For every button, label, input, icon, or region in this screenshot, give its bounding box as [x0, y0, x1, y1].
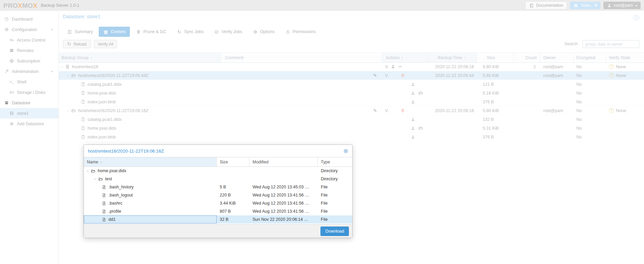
change-owner-icon[interactable]: [390, 64, 396, 69]
sidebar-item-store1[interactable]: store1: [0, 108, 58, 118]
download-icon[interactable]: [410, 100, 415, 104]
sidebar-item-shell[interactable]: >_Shell: [0, 77, 58, 87]
dialog-column-header-type[interactable]: Type: [318, 157, 352, 166]
download-icon[interactable]: [410, 126, 415, 130]
count-cell: [514, 89, 541, 97]
edit-comment-icon[interactable]: ✎: [373, 108, 378, 113]
user-menu-button[interactable]: root@pam ▾: [603, 2, 641, 9]
reload-button[interactable]: ↻ Reload: [63, 40, 90, 48]
tab-permissions[interactable]: Permissions: [281, 27, 320, 37]
download-icon[interactable]: [410, 91, 415, 95]
dialog-header: host/vmtest16/2020-11-22T19:06:16Z ⊗: [84, 145, 352, 157]
sidebar-item-administration[interactable]: Administration▾: [0, 66, 58, 77]
sidebar-item-dashboard[interactable]: Dashboard: [0, 14, 58, 24]
column-header-comment[interactable]: Comment: [221, 53, 382, 62]
sidebar-item-access-control[interactable]: Access Control: [0, 35, 58, 45]
dialog-column-header-name[interactable]: Name↑: [84, 157, 217, 166]
tab-sync-jobs[interactable]: ↻Sync Jobs: [172, 27, 208, 37]
column-label: Actions: [386, 55, 400, 60]
file-row[interactable]: −testDirectory: [84, 175, 352, 183]
file-name-cell: −test: [84, 175, 217, 183]
tab-summary[interactable]: Summary: [63, 27, 97, 37]
sidebar-item-storage-disks[interactable]: Storage / Disks: [0, 87, 58, 98]
count-cell: 2: [514, 62, 541, 71]
table-row[interactable]: −host/vmtest16V.✂2020-11-22 20:06:165.80…: [59, 62, 644, 71]
column-header-verify-state[interactable]: Verify State: [606, 53, 644, 62]
verify-action[interactable]: V.: [385, 64, 389, 69]
size-cell: 376 B: [477, 133, 514, 141]
chevron-down-icon: ▾: [49, 70, 54, 73]
column-header-owner[interactable]: Owner: [541, 53, 574, 62]
column-header-encrypted[interactable]: Encrypted: [574, 53, 606, 62]
table-row[interactable]: catalog.pcat1.didx132 BNo: [59, 115, 644, 124]
download-icon[interactable]: [410, 135, 415, 139]
tab-label: Sync Jobs: [184, 29, 204, 34]
verify-action[interactable]: V.: [385, 108, 389, 113]
tasks-label: Tasks: [580, 3, 591, 8]
backup-group-cell: home.pxar.didx: [59, 89, 221, 97]
close-icon[interactable]: ⊗: [343, 148, 348, 154]
tab-options[interactable]: ⚙Options: [248, 27, 279, 37]
documentation-button[interactable]: Documentation: [525, 1, 567, 9]
collapse-expander-icon[interactable]: −: [94, 177, 98, 181]
column-header-size[interactable]: Size: [477, 53, 514, 62]
sidebar-item-label: Subscription: [17, 59, 40, 63]
sidebar-item-configuration[interactable]: ⚙Configuration▾: [0, 24, 58, 35]
column-header-backup-time[interactable]: Backup Time↑: [428, 53, 477, 62]
dialog-column-header-modified[interactable]: Modified: [249, 157, 318, 166]
reload-label: Reload: [74, 42, 87, 47]
collapse-expander-icon[interactable]: −: [67, 109, 71, 113]
file-row[interactable]: .bash_logout220 BWed Aug 12 2020 13:41:5…: [84, 191, 352, 199]
collapse-expander-icon[interactable]: −: [87, 169, 91, 173]
sidebar-item-datastore[interactable]: Datastore: [0, 98, 58, 108]
browse-icon[interactable]: [418, 91, 423, 95]
download-icon[interactable]: [410, 117, 415, 122]
collapse-expander-icon[interactable]: −: [67, 74, 71, 78]
table-row[interactable]: index.json.blob375 BNo: [59, 98, 644, 106]
table-row[interactable]: −host/vmtest16/2020-11-22T19:06:16Z✎V.20…: [59, 106, 644, 115]
backup-group-cell: index.json.blob: [59, 133, 221, 141]
sidebar-item-add-datastore[interactable]: ⊕Add Datastore: [0, 118, 58, 129]
gauge-icon: [4, 17, 9, 21]
file-row[interactable]: .profile807 BWed Aug 12 2020 13:41:56 …F…: [84, 207, 352, 215]
browse-icon[interactable]: [418, 126, 423, 130]
filelines-icon: [101, 185, 106, 189]
tab-prune-gc[interactable]: Prune & GC: [132, 27, 170, 37]
column-header-backup-group[interactable]: Backup Group↑: [59, 53, 221, 62]
tab-verify-jobs[interactable]: Verify Jobs: [210, 27, 246, 37]
verify-all-button[interactable]: Verify All: [94, 40, 117, 48]
encrypted-cell: No: [574, 71, 606, 80]
rows-icon: [9, 48, 14, 53]
column-header-actions[interactable]: Actions↑: [382, 53, 428, 62]
file-row[interactable]: .bashrc3.44 KiBWed Aug 12 2020 13:41:56 …: [84, 199, 352, 207]
dialog-grid-header: Name↑SizeModifiedType: [84, 157, 352, 167]
owner-cell: [541, 124, 574, 132]
table-row[interactable]: index.json.blob376 BNo: [59, 133, 644, 141]
search-input[interactable]: [582, 40, 639, 48]
table-row[interactable]: home.pxar.didx5.16 KiBNo: [59, 89, 644, 98]
dialog-column-header-size[interactable]: Size: [217, 157, 249, 166]
help-icon[interactable]: ?: [634, 15, 639, 21]
tasks-button[interactable]: Tasks 0: [570, 2, 600, 9]
backup-time-cell: [428, 124, 477, 132]
forget-snapshot-icon[interactable]: [400, 73, 405, 78]
comment-cell: ✎: [221, 106, 382, 115]
prune-icon[interactable]: ✂: [398, 64, 403, 69]
column-header-count[interactable]: Count: [514, 53, 541, 62]
file-row[interactable]: dd132 BSun Nov 22 2020 20:06:14 …File: [84, 215, 352, 223]
sidebar-item-remotes[interactable]: Remotes: [0, 45, 58, 56]
sidebar-item-subscription[interactable]: Subscription: [0, 56, 58, 66]
verify-action[interactable]: V.: [385, 73, 389, 78]
collapse-expander-icon[interactable]: −: [61, 65, 65, 69]
table-row[interactable]: home.pxar.didx5.31 KiBNo: [59, 124, 644, 133]
download-icon[interactable]: [410, 82, 415, 86]
table-row[interactable]: −host/vmtest16/2020-11-22T19:05:44Z✎V.20…: [59, 71, 644, 80]
file-row[interactable]: −home.pxar.didxDirectory: [84, 167, 352, 175]
tab-content[interactable]: ▦Content: [99, 27, 130, 37]
table-row[interactable]: catalog.pcat1.didx121 BNo: [59, 80, 644, 89]
edit-comment-icon[interactable]: ✎: [373, 73, 378, 78]
file-row[interactable]: .bash_history5 BWed Aug 12 2020 13:45:03…: [84, 183, 352, 191]
owner-cell: [541, 115, 574, 124]
forget-snapshot-icon[interactable]: [400, 108, 405, 113]
download-button[interactable]: Download: [320, 227, 349, 236]
